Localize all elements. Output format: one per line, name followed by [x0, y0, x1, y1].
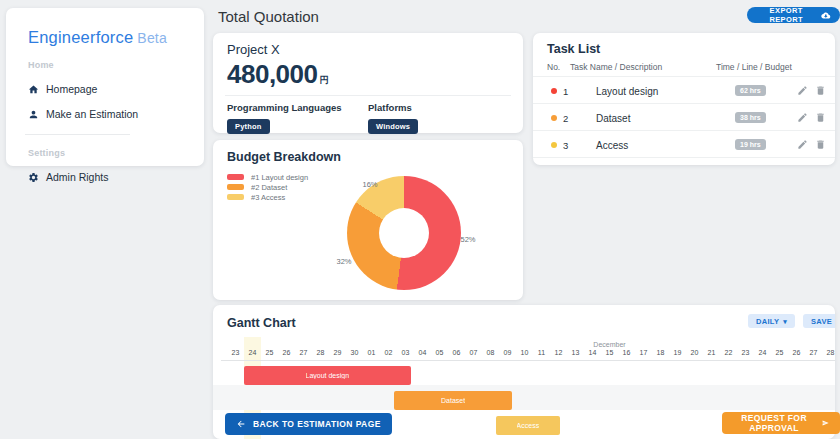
project-name: Project X: [227, 42, 509, 57]
gantt-day-tick: 10: [516, 349, 533, 356]
column-header-name: Task Name / Description: [570, 62, 662, 72]
trash-icon[interactable]: [815, 85, 826, 96]
save-label: SAVE: [811, 317, 832, 326]
divider: [225, 95, 511, 96]
gantt-day-tick: 29: [329, 349, 346, 356]
request-button-label: REQUEST FOR APPROVAL: [733, 413, 815, 433]
task-time-badge: 19 hrs: [735, 139, 766, 150]
trash-icon[interactable]: [815, 139, 826, 150]
gantt-bar-label: Layout design: [306, 372, 350, 379]
gantt-bar-dataset[interactable]: Dataset: [394, 391, 511, 410]
sidebar-section-settings: Settings: [28, 148, 204, 158]
donut-pct-label: 16%: [362, 180, 377, 189]
priority-dot: [551, 142, 557, 148]
gantt-day-tick: 09: [499, 349, 516, 356]
gantt-day-labels: 2324252627282930010203040506070809101112…: [213, 349, 835, 360]
table-row: 1 Layout design 62 hrs: [533, 77, 835, 104]
page: EngineerforceBeta Home Homepage Make an …: [0, 0, 840, 439]
export-report-label: EXPORT REPORT: [756, 6, 816, 24]
brand-name: Engineerforce: [28, 28, 133, 46]
home-icon: [28, 84, 39, 95]
back-to-estimation-button[interactable]: BACK TO ESTIMATION PAGE: [225, 413, 392, 435]
donut-pct-label: 52%: [460, 235, 475, 244]
platforms-label: Platforms: [368, 102, 509, 113]
gantt-bar-label: Access: [517, 422, 540, 429]
gantt-day-tick: 02: [380, 349, 397, 356]
gantt-day-tick: 27: [295, 349, 312, 356]
gantt-day-tick: 22: [720, 349, 737, 356]
donut-hole: [379, 208, 429, 258]
task-table-header: No. Task Name / Description Time / Line …: [533, 56, 835, 76]
gantt-day-tick: 24: [244, 349, 261, 356]
export-report-button[interactable]: EXPORT REPORT: [747, 7, 840, 23]
brand-beta-tag: Beta: [137, 30, 167, 46]
column-header-time: Time / Line / Budget: [716, 62, 792, 72]
budget-breakdown-card: Budget Breakdown #1 Layout design #2 Dat…: [213, 140, 523, 300]
priority-dot: [551, 115, 557, 121]
legend-label: #2 Dataset: [251, 183, 287, 192]
gantt-day-tick: 08: [482, 349, 499, 356]
edit-pencil-icon[interactable]: [797, 112, 808, 123]
gantt-day-tick: 03: [397, 349, 414, 356]
sidebar: EngineerforceBeta Home Homepage Make an …: [6, 8, 204, 166]
sidebar-item-make-estimation[interactable]: Make an Estimation: [28, 108, 204, 120]
budget-donut: [347, 176, 461, 290]
gantt-day-tick: 17: [635, 349, 652, 356]
page-title: Total Quotation: [218, 8, 319, 25]
gantt-day-tick: 06: [448, 349, 465, 356]
gantt-day-tick: 28: [822, 349, 835, 356]
sidebar-divider: [25, 134, 130, 135]
trash-icon[interactable]: [815, 112, 826, 123]
gantt-month-label: December: [593, 341, 625, 348]
gear-icon: [28, 172, 39, 183]
gantt-bar-layout-design[interactable]: Layout design: [244, 366, 411, 385]
gantt-day-tick: 21: [703, 349, 720, 356]
save-button[interactable]: SAVE: [803, 314, 835, 328]
task-number: 2: [563, 113, 568, 124]
gantt-chart-title: Gantt Chart: [227, 316, 296, 330]
project-card: Project X 480,000円 Programming Languages…: [213, 33, 523, 133]
gantt-day-tick: 18: [652, 349, 669, 356]
sidebar-item-label: Make an Estimation: [46, 108, 138, 120]
budget-breakdown-title: Budget Breakdown: [227, 150, 509, 164]
task-number: 1: [563, 86, 568, 97]
language-badge: Python: [227, 119, 270, 134]
arrow-left-icon: [236, 419, 246, 429]
gantt-day-tick: 23: [737, 349, 754, 356]
task-name: Access: [596, 140, 628, 151]
task-name: Layout design: [596, 86, 658, 97]
legend-swatch: [227, 184, 244, 190]
task-name: Dataset: [596, 113, 630, 124]
cloud-download-icon: [821, 11, 831, 20]
gantt-day-tick: 25: [261, 349, 278, 356]
gantt-bar-label: Dataset: [441, 397, 465, 404]
total-amount: 480,000: [227, 59, 317, 89]
legend-swatch: [227, 194, 244, 200]
task-time-badge: 38 hrs: [735, 112, 766, 123]
sidebar-item-label: Admin Rights: [46, 171, 108, 183]
gantt-day-tick: 04: [414, 349, 431, 356]
gantt-day-tick: 15: [601, 349, 618, 356]
request-for-approval-button[interactable]: REQUEST FOR APPROVAL: [722, 412, 840, 434]
gantt-day-tick: 07: [465, 349, 482, 356]
gantt-day-tick: 23: [227, 349, 244, 356]
legend-label: #1 Layout design: [251, 173, 308, 182]
sidebar-item-admin-rights[interactable]: Admin Rights: [28, 171, 204, 183]
edit-pencil-icon[interactable]: [797, 85, 808, 96]
priority-dot: [551, 88, 557, 94]
column-header-no: No.: [547, 62, 560, 72]
gantt-bar-access[interactable]: Access: [496, 416, 561, 435]
task-time-badge: 62 hrs: [735, 85, 766, 96]
daily-dropdown-button[interactable]: DAILY ▾: [748, 314, 795, 328]
gantt-day-tick: 13: [567, 349, 584, 356]
legend-label: #3 Access: [251, 193, 285, 202]
brand[interactable]: EngineerforceBeta: [28, 28, 204, 47]
estimation-icon: [28, 109, 39, 120]
gantt-day-tick: 25: [771, 349, 788, 356]
sidebar-item-label: Homepage: [46, 83, 97, 95]
task-number: 3: [563, 140, 568, 151]
sidebar-item-homepage[interactable]: Homepage: [28, 83, 204, 95]
gantt-day-tick: 16: [618, 349, 635, 356]
table-row: 2 Dataset 38 hrs: [533, 104, 835, 131]
edit-pencil-icon[interactable]: [797, 139, 808, 150]
